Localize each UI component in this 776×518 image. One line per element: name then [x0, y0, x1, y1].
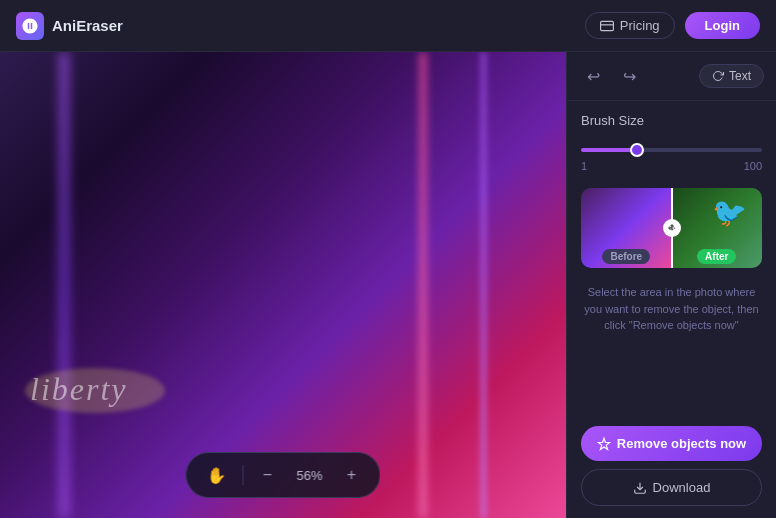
- watermark-text: liberty: [30, 371, 128, 408]
- pricing-button[interactable]: Pricing: [585, 12, 675, 39]
- hand-icon: ✋: [207, 466, 227, 485]
- toolbar-divider: [243, 465, 244, 485]
- before-badge: Before: [602, 249, 650, 264]
- panel-spacer: [567, 342, 776, 415]
- undo-button[interactable]: ↩: [579, 62, 607, 90]
- header-right: Pricing Login: [585, 12, 760, 39]
- panel-buttons: Remove objects now Download: [567, 414, 776, 518]
- slider-max-label: 100: [744, 160, 762, 172]
- preview-card: Before 🐦 After: [581, 188, 762, 268]
- download-btn-label: Download: [653, 480, 711, 495]
- panel-actions: ↩ ↪ Text: [567, 52, 776, 101]
- preview-handle[interactable]: [663, 219, 681, 237]
- brush-section: Brush Size 1 100: [567, 101, 776, 180]
- svg-rect-0: [600, 21, 613, 30]
- zoom-value: 56%: [292, 468, 328, 483]
- login-button[interactable]: Login: [685, 12, 760, 39]
- canvas-toolbar: ✋ − 56% +: [186, 452, 381, 498]
- canvas-image: liberty: [0, 52, 566, 518]
- slider-labels: 1 100: [581, 160, 762, 172]
- logo-icon: [16, 12, 44, 40]
- text-tool-button[interactable]: Text: [699, 64, 764, 88]
- slider-min-label: 1: [581, 160, 587, 172]
- logo-area: AniEraser: [16, 12, 123, 40]
- download-button[interactable]: Download: [581, 469, 762, 506]
- zoom-in-button[interactable]: +: [340, 463, 364, 487]
- preview-after-pane: 🐦 After: [672, 188, 763, 268]
- download-icon: [633, 481, 647, 495]
- redo-icon: ↪: [623, 67, 636, 86]
- undo-icon: ↩: [587, 67, 600, 86]
- refresh-icon: [712, 70, 724, 82]
- zoom-out-button[interactable]: −: [256, 463, 280, 487]
- zoom-plus-icon: +: [347, 466, 356, 484]
- after-badge: After: [697, 249, 736, 264]
- neon-left-decoration: [60, 52, 68, 518]
- text-btn-label: Text: [729, 69, 751, 83]
- remove-objects-button[interactable]: Remove objects now: [581, 426, 762, 461]
- main-content: liberty ✋ − 56% + ↩ ↪: [0, 52, 776, 518]
- pricing-icon: [600, 19, 614, 33]
- brush-size-label: Brush Size: [581, 113, 762, 128]
- redo-button[interactable]: ↪: [615, 62, 643, 90]
- neon-right2-decoration: [481, 52, 486, 518]
- zoom-minus-icon: −: [263, 466, 272, 484]
- remove-btn-label: Remove objects now: [617, 436, 746, 451]
- right-panel: ↩ ↪ Text Brush Size 1 100: [566, 52, 776, 518]
- neon-right1-decoration: [420, 52, 426, 518]
- hand-tool-button[interactable]: ✋: [203, 461, 231, 489]
- bird-icon: 🐦: [712, 196, 752, 236]
- brush-size-slider[interactable]: [581, 148, 762, 152]
- preview-section: Before 🐦 After: [567, 180, 776, 276]
- canvas-area[interactable]: liberty ✋ − 56% +: [0, 52, 566, 518]
- undo-redo-group: ↩ ↪: [579, 62, 643, 90]
- handle-arrows-icon: [668, 224, 676, 232]
- magic-wand-icon: [597, 437, 611, 451]
- header: AniEraser Pricing Login: [0, 0, 776, 52]
- logo-text: AniEraser: [52, 17, 123, 34]
- instructions-text: Select the area in the photo where you w…: [567, 276, 776, 342]
- preview-before-pane: Before: [581, 188, 672, 268]
